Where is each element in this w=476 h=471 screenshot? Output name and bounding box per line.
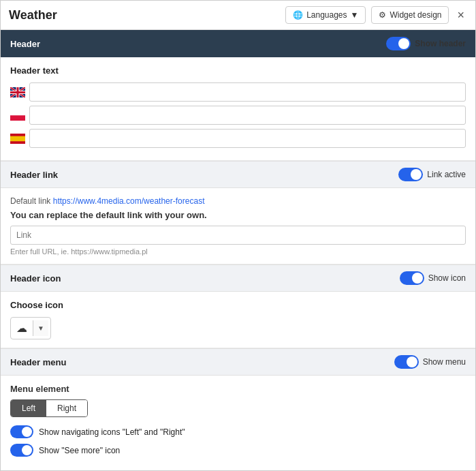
header-menu-label: Header menu	[10, 357, 66, 367]
toggle-row-left-right: Show navigating icons "Left" and "Right"	[10, 425, 466, 438]
globe-icon: 🌐	[293, 10, 303, 20]
close-button[interactable]: ×	[454, 8, 467, 22]
left-button[interactable]: Left	[11, 400, 46, 416]
title-bar: Weather 🌐 Languages ▼ ⚙ Widget design ×	[1, 1, 475, 30]
header-icon-label: Header icon	[10, 273, 61, 284]
menu-element-label: Menu element	[10, 384, 466, 394]
replace-note: You can replace the default link with yo…	[10, 210, 466, 220]
show-header-toggle-wrapper: Show header	[386, 37, 466, 50]
header-text-section: Header text	[1, 57, 475, 161]
widget-design-label: Widget design	[390, 10, 441, 20]
show-icon-toggle-wrapper: Show icon	[400, 271, 466, 285]
choose-icon-label: Choose icon	[10, 300, 466, 310]
header-text-uk-input[interactable]	[29, 82, 466, 102]
header-icon-bar: Header icon Show icon	[1, 264, 475, 292]
left-right-btn-group: Left Right	[10, 399, 88, 417]
header-link-section: Default link https://www.4media.com/weat…	[1, 188, 475, 264]
flag-pl-icon	[10, 110, 25, 121]
default-link-url: https://www.4media.com/weather-forecast	[53, 196, 205, 206]
languages-label: Languages	[306, 10, 347, 20]
widget-icon: ⚙	[379, 10, 386, 20]
header-menu-bar: Header menu Show menu	[1, 348, 475, 376]
see-more-icon-toggle[interactable]	[10, 444, 33, 457]
svg-rect-1	[10, 110, 25, 116]
right-button[interactable]: Right	[46, 400, 87, 416]
show-menu-toggle-wrapper: Show menu	[394, 355, 466, 369]
show-icon-label: Show icon	[428, 273, 466, 283]
show-menu-label: Show menu	[423, 357, 466, 367]
languages-button[interactable]: 🌐 Languages ▼	[285, 6, 366, 24]
header-text-label: Header text	[10, 65, 466, 76]
header-section-bar: Header Show header	[1, 30, 475, 57]
flag-row-uk	[10, 82, 466, 102]
default-link-prefix: Default link	[10, 196, 50, 206]
link-active-toggle-wrapper: Link active	[398, 168, 466, 181]
cloud-icon: ☁	[16, 322, 27, 335]
content-area: Header Show header Header text	[1, 30, 475, 470]
link-hint: Enter full URL, ie. https://www.tipmedia…	[10, 247, 466, 256]
flag-row-pl	[10, 106, 466, 125]
left-right-icons-toggle[interactable]	[10, 425, 33, 438]
header-section-label: Header	[10, 39, 40, 49]
header-text-pl-input[interactable]	[29, 106, 466, 125]
svg-rect-2	[10, 115, 25, 121]
app-window: Weather 🌐 Languages ▼ ⚙ Widget design × …	[0, 0, 476, 471]
show-menu-toggle[interactable]	[394, 355, 419, 369]
default-link-row: Default link https://www.4media.com/weat…	[10, 196, 466, 206]
header-icon-section: Choose icon ☁ ▼	[1, 292, 475, 348]
header-menu-section: Menu element Left Right Show navigating …	[1, 376, 475, 470]
header-link-label: Header link	[10, 170, 58, 180]
icon-picker[interactable]: ☁ ▼	[10, 317, 51, 339]
title-bar-actions: 🌐 Languages ▼ ⚙ Widget design ×	[285, 6, 467, 24]
show-icon-toggle[interactable]	[400, 271, 424, 285]
show-header-toggle[interactable]	[386, 37, 411, 50]
widget-design-button[interactable]: ⚙ Widget design	[371, 6, 449, 24]
header-link-bar: Header link Link active	[1, 161, 475, 188]
see-more-icon-label: Show "See more" icon	[39, 446, 120, 455]
link-active-toggle[interactable]	[398, 168, 423, 181]
icon-picker-main: ☁	[11, 318, 33, 339]
flag-uk-icon	[10, 87, 25, 97]
show-header-label: Show header	[415, 39, 466, 48]
link-active-label: Link active	[427, 170, 466, 179]
languages-arrow: ▼	[351, 10, 359, 20]
toggle-row-see-more: Show "See more" icon	[10, 444, 466, 457]
flag-row-es	[10, 129, 466, 148]
link-input[interactable]	[10, 226, 466, 245]
header-text-es-input[interactable]	[29, 129, 466, 148]
icon-picker-arrow: ▼	[33, 320, 48, 336]
app-title: Weather	[9, 8, 57, 22]
left-right-icons-label: Show navigating icons "Left" and "Right"	[39, 427, 185, 437]
flag-es-icon	[10, 134, 25, 144]
svg-rect-4	[10, 136, 25, 141]
